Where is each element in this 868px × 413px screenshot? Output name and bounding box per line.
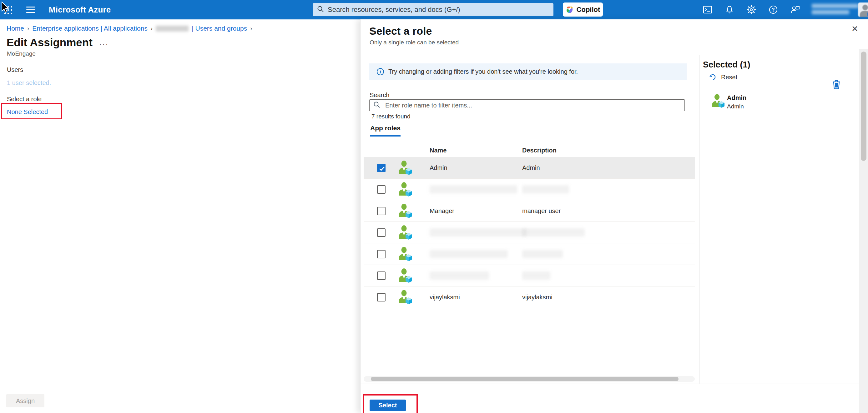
- row-checkbox[interactable]: [377, 207, 385, 215]
- row-checkbox[interactable]: [377, 164, 385, 172]
- role-name: vijaylaksmi: [430, 294, 460, 301]
- flyout-title: Select a role: [369, 25, 432, 37]
- divider: [703, 93, 849, 93]
- app-role-icon: [397, 160, 412, 175]
- flyout-subtitle: Only a single role can be selected: [370, 39, 459, 46]
- redacted-role-name: [430, 272, 489, 280]
- divider: [703, 119, 849, 120]
- panel-vertical-divider: [700, 55, 700, 384]
- breadcrumb-enterprise-apps[interactable]: Enterprise applications | All applicatio…: [32, 25, 148, 32]
- feedback-icon[interactable]: [790, 5, 800, 14]
- role-table-body: Admin Admin: [364, 157, 695, 308]
- page-title-ellipsis-menu[interactable]: ...: [99, 39, 109, 47]
- reset-label: Reset: [721, 74, 737, 81]
- info-banner: i Try changing or adding filters if you …: [369, 63, 687, 80]
- global-search-input[interactable]: Search resources, services, and docs (G+…: [313, 3, 553, 16]
- role-description: vijaylaksmi: [522, 294, 553, 301]
- svg-text:?: ?: [772, 7, 775, 12]
- app-role-icon: [397, 246, 412, 262]
- vertical-scrollbar-thumb[interactable]: [861, 51, 866, 161]
- role-description: Admin: [522, 164, 540, 172]
- redacted-role-description: [522, 228, 585, 237]
- table-row[interactable]: vijaylaksmi vijaylaksmi: [364, 286, 695, 308]
- breadcrumb-separator: ›: [27, 25, 29, 32]
- app-role-icon: [397, 225, 412, 240]
- help-icon[interactable]: ?: [769, 5, 778, 14]
- breadcrumb-separator: ›: [250, 25, 252, 32]
- breadcrumb-home[interactable]: Home: [6, 25, 24, 32]
- red-annotation-box-none-selected: [1, 103, 62, 119]
- table-row[interactable]: Manager manager user: [364, 200, 695, 222]
- redacted-role-description: [522, 185, 569, 194]
- role-name: Admin: [430, 164, 447, 172]
- app-role-icon: [397, 203, 412, 218]
- page-title: Edit Assignment: [6, 36, 93, 49]
- redacted-role-name: [430, 228, 527, 237]
- copilot-label: Copilot: [577, 6, 600, 14]
- selected-item-name: Admin: [727, 94, 746, 102]
- search-label: Search: [370, 92, 389, 99]
- remove-trash-icon[interactable]: [832, 80, 841, 90]
- mouse-cursor: [1, 2, 10, 15]
- redacted-role-description: [522, 272, 550, 280]
- table-row[interactable]: [364, 265, 695, 286]
- reset-undo-icon: [709, 73, 717, 81]
- table-row[interactable]: [364, 179, 695, 200]
- users-selected-link[interactable]: 1 user selected.: [7, 79, 51, 87]
- table-row[interactable]: [364, 222, 695, 243]
- users-label: Users: [7, 66, 23, 73]
- table-header: Name Description: [360, 144, 695, 157]
- breadcrumb-separator: ›: [151, 25, 153, 32]
- copilot-icon: [566, 6, 574, 14]
- info-icon: i: [377, 68, 384, 75]
- results-count: 7 results found: [371, 113, 410, 120]
- footer-divider: [360, 384, 868, 384]
- role-description: manager user: [522, 207, 561, 215]
- assign-button[interactable]: Assign: [6, 394, 44, 407]
- tab-app-roles[interactable]: App roles: [370, 124, 401, 137]
- breadcrumb: Home › Enterprise applications | All app…: [6, 25, 252, 32]
- breadcrumb-users-groups[interactable]: | Users and groups: [192, 25, 247, 32]
- horizontal-scrollbar-thumb[interactable]: [371, 377, 679, 381]
- selected-item-description: Admin: [727, 103, 744, 110]
- hamburger-menu-icon[interactable]: [26, 6, 35, 13]
- settings-gear-icon[interactable]: [747, 5, 756, 14]
- info-banner-text: Try changing or adding filters if you do…: [389, 68, 578, 75]
- row-checkbox[interactable]: [377, 185, 385, 194]
- breadcrumb-redacted-app-name: [156, 26, 189, 32]
- table-row[interactable]: Admin Admin: [364, 157, 695, 179]
- selected-app-role-icon: [710, 94, 725, 108]
- search-icon: [373, 101, 380, 109]
- app-role-icon: [397, 268, 412, 283]
- avatar-person-icon: [862, 5, 868, 10]
- row-checkbox[interactable]: [377, 250, 385, 259]
- top-bar-icons: ?: [703, 0, 800, 20]
- redacted-role-description: [522, 250, 563, 258]
- redacted-role-name: [430, 250, 508, 258]
- role-filter-input[interactable]: Enter role name to filter items...: [369, 99, 685, 111]
- app-role-icon: [397, 182, 412, 197]
- cloud-shell-icon[interactable]: [703, 5, 712, 14]
- notifications-bell-icon[interactable]: [725, 5, 734, 14]
- copilot-button[interactable]: Copilot: [563, 2, 603, 16]
- search-icon: [317, 6, 324, 14]
- row-checkbox[interactable]: [377, 228, 385, 237]
- role-name: Manager: [430, 207, 454, 215]
- page-subtitle: MoEngage: [7, 50, 36, 57]
- row-checkbox[interactable]: [377, 272, 385, 280]
- account-info-redacted[interactable]: [812, 4, 859, 16]
- avatar-person-icon: [860, 11, 868, 17]
- global-search-placeholder: Search resources, services, and docs (G+…: [328, 6, 460, 14]
- reset-button[interactable]: Reset: [709, 73, 737, 81]
- selected-panel-title: Selected (1): [703, 60, 750, 70]
- column-header-name: Name: [430, 147, 446, 154]
- account-avatar[interactable]: [858, 2, 868, 17]
- close-icon[interactable]: ✕: [850, 24, 860, 34]
- select-button[interactable]: Select: [370, 400, 406, 411]
- table-row[interactable]: [364, 243, 695, 265]
- redacted-role-name: [430, 185, 517, 194]
- product-title: Microsoft Azure: [49, 5, 111, 15]
- column-header-description: Description: [522, 147, 557, 154]
- divider: [369, 55, 849, 55]
- row-checkbox[interactable]: [377, 293, 385, 302]
